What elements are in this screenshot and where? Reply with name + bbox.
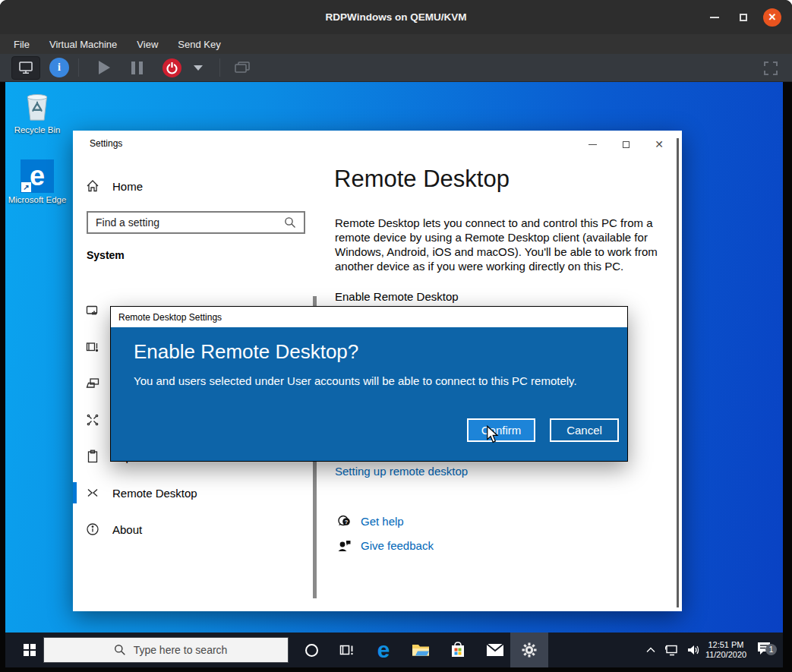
- pause-icon[interactable]: [131, 62, 143, 74]
- about-label: About: [112, 523, 142, 536]
- cortana-icon: [305, 644, 318, 657]
- projecting-icon: [86, 377, 99, 390]
- vm-menubar: File Virtual Machine View Send Key: [0, 34, 792, 54]
- play-icon[interactable]: [99, 61, 110, 74]
- vm-close-button[interactable]: ✕: [763, 8, 781, 27]
- edge-label: Microsoft Edge: [8, 195, 67, 205]
- shutdown-menu-caret-icon[interactable]: [194, 65, 203, 71]
- settings-maximize-button[interactable]: [609, 135, 642, 153]
- menu-file[interactable]: File: [14, 39, 30, 50]
- shortcut-arrow-icon: ↗: [21, 182, 31, 192]
- taskbar-search-input[interactable]: Type here to search: [134, 644, 228, 656]
- task-view-button[interactable]: [332, 633, 362, 667]
- get-help-link[interactable]: Get help: [361, 515, 404, 528]
- network-tray-button[interactable]: [661, 633, 683, 667]
- settings-window-title: Settings: [90, 138, 122, 149]
- remote-desktop-description: Remote Desktop lets you connect to and c…: [335, 216, 672, 273]
- search-icon: [284, 216, 296, 229]
- mail-icon: [486, 643, 504, 657]
- home-label: Home: [112, 180, 143, 193]
- vm-info-icon[interactable]: i: [49, 58, 69, 77]
- tablet-mode-icon: [86, 304, 99, 317]
- vm-minimize-button[interactable]: [705, 8, 724, 27]
- dialog-titlebar[interactable]: Remote Desktop Settings: [111, 307, 627, 327]
- enable-remote-desktop-label: Enable Remote Desktop: [335, 290, 459, 303]
- file-explorer-button[interactable]: [405, 633, 436, 667]
- displays-icon[interactable]: [229, 56, 255, 80]
- windows-desktop[interactable]: Recycle Bin e ↗ Microsoft Edge Settings: [5, 82, 783, 633]
- shared-experiences-icon: [86, 413, 99, 427]
- action-center-button[interactable]: 1: [751, 633, 777, 667]
- start-button[interactable]: [16, 633, 43, 667]
- help-bubble-icon: ?: [337, 514, 352, 528]
- taskbar-clock[interactable]: 12:51 PM 11/20/2020: [704, 633, 748, 667]
- remote-desktop-icon: [86, 486, 99, 500]
- menu-virtual-machine[interactable]: Virtual Machine: [49, 39, 117, 50]
- toolbar-separator: [78, 58, 79, 77]
- vm-maximize-button[interactable]: [734, 8, 753, 27]
- menu-send-key[interactable]: Send Key: [178, 39, 220, 50]
- settings-minimize-button[interactable]: [576, 135, 609, 153]
- volume-tray-button[interactable]: [683, 633, 704, 667]
- page-title: Remote Desktop: [334, 166, 510, 193]
- home-icon: [86, 179, 99, 193]
- guest-display-area: Recycle Bin e ↗ Microsoft Edge Settings: [0, 82, 792, 672]
- get-help-row[interactable]: ? Get help: [337, 514, 404, 528]
- search-icon: [114, 644, 126, 656]
- settings-close-button[interactable]: ✕: [642, 135, 676, 153]
- taskbar-search-box[interactable]: Type here to search: [43, 637, 289, 663]
- settings-taskbar-button[interactable]: [510, 633, 548, 667]
- gear-icon: [521, 642, 538, 658]
- give-feedback-link[interactable]: Give feedback: [361, 539, 434, 552]
- edge-icon: e: [377, 637, 390, 663]
- confirm-button[interactable]: Confirm: [467, 418, 535, 442]
- edge-shortcut[interactable]: e ↗ Microsoft Edge: [5, 159, 69, 205]
- recycle-bin-icon: [20, 88, 55, 123]
- multitasking-icon: [86, 340, 99, 354]
- give-feedback-row[interactable]: Give feedback: [337, 538, 434, 553]
- console-monitor-icon[interactable]: [11, 56, 40, 80]
- mail-button[interactable]: [480, 633, 510, 667]
- taskbar-edge-button[interactable]: e: [368, 633, 399, 667]
- chevron-up-icon: [646, 647, 655, 653]
- windows-screen: Recycle Bin e ↗ Microsoft Edge Settings: [5, 82, 783, 667]
- cancel-button[interactable]: Cancel: [550, 418, 619, 442]
- store-button[interactable]: [443, 633, 473, 667]
- fullscreen-icon[interactable]: [763, 61, 778, 79]
- windows-logo-icon: [24, 644, 36, 656]
- sidebar-item-home[interactable]: Home: [86, 176, 143, 196]
- file-explorer-icon: [412, 642, 430, 658]
- speaker-icon: [686, 644, 700, 656]
- mouse-cursor: [485, 425, 500, 443]
- settings-search-input[interactable]: Find a setting: [96, 216, 284, 229]
- clock-time: 12:51 PM: [705, 640, 746, 651]
- sidebar-item-remote-desktop[interactable]: Remote Desktop: [73, 482, 314, 503]
- notification-badge: 1: [765, 644, 777, 655]
- vm-titlebar: RDPWindows on QEMU/KVM ✕: [0, 0, 792, 34]
- shutdown-icon[interactable]: [163, 58, 181, 77]
- edge-icon: e ↗: [21, 159, 54, 193]
- task-view-icon: [339, 643, 355, 657]
- settings-search-box[interactable]: Find a setting: [87, 211, 305, 234]
- setup-remote-desktop-link[interactable]: Setting up remote desktop: [335, 465, 468, 478]
- microsoft-store-icon: [450, 641, 466, 659]
- tray-expand-button[interactable]: [640, 633, 661, 667]
- sidebar-item-about[interactable]: About: [73, 519, 314, 540]
- dialog-message: You and users selected under User accoun…: [134, 374, 577, 387]
- about-info-icon: [86, 522, 99, 536]
- recycle-bin-label: Recycle Bin: [14, 125, 61, 135]
- svg-text:?: ?: [345, 519, 349, 525]
- menu-view[interactable]: View: [137, 39, 158, 50]
- toolbar-separator: [219, 58, 220, 77]
- clipboard-icon: [86, 450, 99, 463]
- recycle-bin-shortcut[interactable]: Recycle Bin: [5, 88, 69, 135]
- vm-window-title: RDPWindows on QEMU/KVM: [326, 11, 467, 23]
- dialog-heading: Enable Remote Desktop?: [134, 340, 358, 364]
- main-pane-scrollbar[interactable]: [677, 138, 679, 607]
- remote-desktop-settings-dialog: Remote Desktop Settings Enable Remote De…: [110, 306, 628, 462]
- windows-taskbar: Type here to search e: [5, 633, 783, 667]
- vm-window: RDPWindows on QEMU/KVM ✕ File Virtual Ma…: [0, 0, 792, 672]
- network-icon: [665, 644, 679, 656]
- dialog-title: Remote Desktop Settings: [118, 312, 222, 323]
- cortana-button[interactable]: [296, 633, 327, 667]
